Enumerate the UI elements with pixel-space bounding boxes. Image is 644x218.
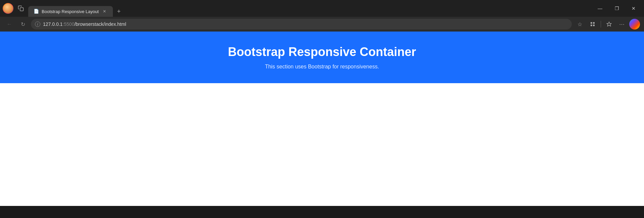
minimize-button[interactable]: — bbox=[592, 3, 608, 14]
toolbar-divider bbox=[601, 21, 601, 28]
reload-button[interactable]: ↻ bbox=[17, 19, 28, 30]
new-tab-button[interactable]: + bbox=[114, 7, 124, 16]
tab-close-button[interactable]: ✕ bbox=[101, 8, 108, 14]
svg-rect-1 bbox=[591, 22, 592, 24]
address-bar-row: ← ↻ 127.0.0.1:5500/browserstack/index.ht… bbox=[0, 17, 644, 32]
svg-rect-2 bbox=[593, 22, 595, 24]
title-bar-left bbox=[3, 3, 26, 14]
hero-section: Bootstrap Responsive Container This sect… bbox=[0, 32, 644, 83]
collections-button[interactable] bbox=[587, 19, 598, 30]
svg-rect-3 bbox=[591, 24, 592, 26]
more-button[interactable]: ⋯ bbox=[616, 19, 627, 30]
back-button[interactable]: ← bbox=[4, 19, 15, 30]
tab-title-text: Bootstrap Responsive Layout bbox=[42, 9, 99, 14]
tab-page-icon: 📄 bbox=[34, 9, 39, 14]
hero-title: Bootstrap Responsive Container bbox=[7, 45, 637, 59]
favorites-button[interactable]: ☆ bbox=[574, 19, 585, 30]
copy-button[interactable] bbox=[16, 4, 26, 13]
close-button[interactable]: ✕ bbox=[626, 3, 641, 14]
window-controls: — ❐ ✕ bbox=[592, 3, 641, 14]
maximize-button[interactable]: ❐ bbox=[609, 3, 625, 14]
favorites-bar-button[interactable] bbox=[604, 19, 614, 30]
edge-logo bbox=[629, 19, 640, 30]
svg-rect-4 bbox=[593, 24, 595, 26]
webpage-content: Bootstrap Responsive Container This sect… bbox=[0, 32, 644, 206]
svg-marker-5 bbox=[607, 22, 611, 26]
address-bar[interactable]: 127.0.0.1:5500/browserstack/index.html bbox=[31, 19, 572, 30]
security-icon bbox=[35, 21, 40, 27]
hero-subtitle: This section uses Bootstrap for responsi… bbox=[7, 64, 637, 70]
browser-tab-active[interactable]: 📄 Bootstrap Responsive Layout ✕ bbox=[28, 6, 113, 17]
url-text: 127.0.0.1:5500/browserstack/index.html bbox=[43, 21, 126, 27]
avatar bbox=[3, 3, 13, 14]
svg-rect-0 bbox=[20, 8, 24, 11]
toolbar-right: ☆ ⋯ bbox=[574, 19, 640, 30]
title-bar: 📄 Bootstrap Responsive Layout ✕ + — ❐ ✕ bbox=[0, 0, 644, 17]
